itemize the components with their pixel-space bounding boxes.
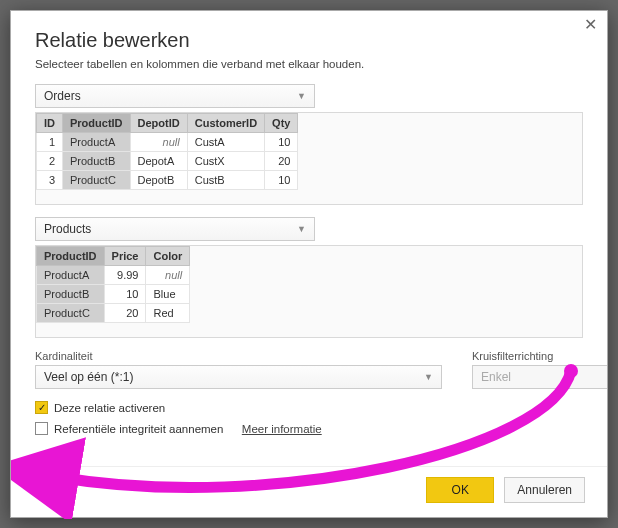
table2-preview: ProductID Price Color ProductA 9.99 null… <box>35 245 583 338</box>
cell: 10 <box>265 171 298 190</box>
cell: CustA <box>187 133 264 152</box>
cardinality-dropdown[interactable]: Veel op één (*:1) ▼ <box>35 365 442 389</box>
cell: null <box>146 266 190 285</box>
cell: CustB <box>187 171 264 190</box>
cancel-button[interactable]: Annuleren <box>504 477 585 503</box>
cell: 20 <box>265 152 298 171</box>
cell: CustX <box>187 152 264 171</box>
cell: Blue <box>146 285 190 304</box>
table1-col-productid[interactable]: ProductID <box>63 114 131 133</box>
table2-col-productid[interactable]: ProductID <box>37 247 105 266</box>
table-row: ProductB 10 Blue <box>37 285 190 304</box>
assume-referential-integrity-checkbox[interactable] <box>35 422 48 435</box>
cell: ProductB <box>37 285 105 304</box>
assume-referential-integrity-label: Referentiële integriteit aannemen <box>54 423 223 435</box>
table1-col-qty[interactable]: Qty <box>265 114 298 133</box>
cell: null <box>130 133 187 152</box>
cell: 10 <box>265 133 298 152</box>
chevron-down-icon: ▼ <box>297 91 306 101</box>
table1-dropdown[interactable]: Orders ▼ <box>35 84 315 108</box>
table1-col-depotid[interactable]: DepotID <box>130 114 187 133</box>
cell: DepotA <box>130 152 187 171</box>
crossfilter-dropdown[interactable]: Enkel ▼ <box>472 365 607 389</box>
dialog-title: Relatie bewerken <box>35 29 583 52</box>
table1-preview: ID ProductID DepotID CustomerID Qty 1 Pr… <box>35 112 583 205</box>
dialog-footer: OK Annuleren <box>11 466 607 517</box>
table-row: ProductA 9.99 null <box>37 266 190 285</box>
crossfilter-value: Enkel <box>481 370 511 384</box>
crossfilter-label: Kruisfilterrichting <box>472 350 607 362</box>
cell: ProductC <box>63 171 131 190</box>
cell: 9.99 <box>104 266 146 285</box>
more-information-link[interactable]: Meer informatie <box>242 423 322 435</box>
chevron-down-icon: ▼ <box>297 224 306 234</box>
cell: 10 <box>104 285 146 304</box>
dialog-subtitle: Selecteer tabellen en kolommen die verba… <box>35 58 583 70</box>
cell: ProductC <box>37 304 105 323</box>
cell: ProductA <box>63 133 131 152</box>
table1-col-customerid[interactable]: CustomerID <box>187 114 264 133</box>
cardinality-label: Kardinaliteit <box>35 350 442 362</box>
check-icon: ✓ <box>38 403 46 413</box>
cell: 1 <box>37 133 63 152</box>
table2-col-price[interactable]: Price <box>104 247 146 266</box>
table-row: 1 ProductA null CustA 10 <box>37 133 298 152</box>
chevron-down-icon: ▼ <box>424 372 433 382</box>
ok-button[interactable]: OK <box>426 477 494 503</box>
cell: ProductB <box>63 152 131 171</box>
activate-relationship-label: Deze relatie activeren <box>54 402 165 414</box>
table-row: 2 ProductB DepotA CustX 20 <box>37 152 298 171</box>
table1-dropdown-label: Orders <box>44 89 81 103</box>
cell: Red <box>146 304 190 323</box>
activate-relationship-checkbox[interactable]: ✓ <box>35 401 48 414</box>
cell: DepotB <box>130 171 187 190</box>
table1-col-id[interactable]: ID <box>37 114 63 133</box>
table2-dropdown[interactable]: Products ▼ <box>35 217 315 241</box>
table-row: ProductC 20 Red <box>37 304 190 323</box>
cell: 3 <box>37 171 63 190</box>
cell: 20 <box>104 304 146 323</box>
table-row: 3 ProductC DepotB CustB 10 <box>37 171 298 190</box>
edit-relationship-dialog: ✕ Relatie bewerken Selecteer tabellen en… <box>10 10 608 518</box>
cardinality-value: Veel op één (*:1) <box>44 370 133 384</box>
table2-col-color[interactable]: Color <box>146 247 190 266</box>
table2-dropdown-label: Products <box>44 222 91 236</box>
cell: 2 <box>37 152 63 171</box>
cell: ProductA <box>37 266 105 285</box>
